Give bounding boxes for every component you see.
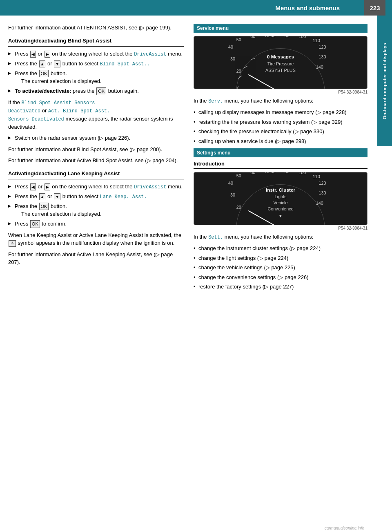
svg-text:70 80: 70 80 — [265, 172, 276, 174]
further-info-lane: For further information about Active Lan… — [8, 250, 184, 266]
list-item: calling up display messages in message m… — [194, 108, 368, 116]
list-item: change the vehicle settings (▷ page 225) — [194, 264, 368, 272]
list-item: restarting the tire pressure loss warnin… — [194, 118, 368, 126]
list-item: Press the OK button. The current selecti… — [8, 69, 184, 85]
section2-divider — [8, 179, 184, 179]
introduction-heading: Introduction — [194, 161, 368, 169]
left-arrow-btn[interactable]: ◀ — [30, 51, 36, 58]
sett-code: Sett. — [208, 235, 223, 240]
right-column: Service menu 20 30 — [194, 24, 368, 294]
ok-btn3[interactable]: OK — [39, 203, 49, 210]
selection-displayed2: The current selection is displayed. — [21, 211, 102, 217]
down-arrow-btn[interactable]: ▼ — [54, 60, 60, 67]
down-arrow-btn2[interactable]: ▼ — [54, 193, 60, 200]
watermark: carmanualsonline.info — [325, 526, 364, 530]
svg-text:30: 30 — [230, 192, 235, 197]
svg-text:120: 120 — [319, 181, 326, 186]
svg-text:Lights: Lights — [275, 194, 287, 199]
when-lane-text: When Lane Keeping Assist or Active Lane … — [8, 231, 184, 247]
right-arrow-btn[interactable]: ▶ — [45, 51, 50, 58]
svg-text:110: 110 — [313, 38, 320, 43]
if-text: If the Blind Spot Assist SensorsDeactiva… — [8, 98, 184, 131]
svg-text:60: 60 — [250, 36, 255, 39]
list-item: To activate/deactivate: press the OK but… — [8, 87, 184, 95]
drive-assist-code2: DriveAssist — [134, 184, 166, 190]
symbol-btn: ⚠ — [9, 240, 16, 247]
service-speedo: 20 30 40 50 60 70 80 90 100 110 120 130 … — [194, 36, 368, 89]
list-item: change the convenience settings (▷ page … — [194, 273, 368, 282]
blind-spot-bullets: Press ◀ or ▶ on the steering wheel to se… — [8, 50, 184, 95]
settings-menu-heading: Settings menu — [194, 148, 368, 157]
header-page-number: 223 — [364, 0, 385, 16]
list-item: Switch on the radar sensor system (▷ pag… — [8, 134, 184, 142]
selection-displayed: The current selection is displayed. — [21, 78, 102, 84]
svg-text:100: 100 — [298, 172, 306, 175]
svg-text:90: 90 — [285, 36, 290, 38]
svg-text:Tire Pressure: Tire Pressure — [267, 61, 294, 66]
svg-text:130: 130 — [319, 190, 326, 195]
section1-divider — [8, 46, 184, 47]
service-intro: In the Serv. menu, you have the followin… — [194, 97, 368, 105]
lane-keeping-bullets: Press ◀ or ▶ on the steering wheel to se… — [8, 183, 184, 228]
up-arrow-btn[interactable]: ▲ — [39, 60, 46, 67]
svg-text:Convenience: Convenience — [267, 206, 293, 211]
settings-options-list: change the instrument cluster settings (… — [194, 244, 368, 291]
lane-keeping-heading: Activating/deactivating Lane Keeping Ass… — [8, 170, 184, 177]
list-item: restore the factory settings (▷ page 227… — [194, 283, 368, 291]
svg-text:50: 50 — [236, 173, 241, 178]
settings-speedo: 20 30 40 50 60 70 80 90 100 110 120 130 … — [194, 172, 368, 225]
blind-spot-code: Blind Spot Asst.. — [100, 61, 150, 67]
svg-text:40: 40 — [228, 45, 233, 49]
further-info-blind1: For further information about Blind Spot… — [8, 145, 184, 154]
svg-text:140: 140 — [316, 201, 323, 206]
page-wrapper: For further information about ATTENTION … — [0, 16, 392, 302]
svg-text:Instr. Cluster: Instr. Cluster — [266, 187, 296, 193]
service-speedo-caption: P54.32-9984-31 — [194, 90, 368, 94]
svg-text:20: 20 — [236, 69, 241, 74]
svg-text:Vehicle: Vehicle — [274, 200, 288, 205]
svg-text:20: 20 — [236, 205, 241, 210]
svg-text:30: 30 — [230, 56, 235, 61]
list-item: change the light settings (▷ page 224) — [194, 254, 368, 262]
right-arrow-btn2[interactable]: ▶ — [45, 183, 50, 190]
svg-text:▼: ▼ — [278, 214, 283, 218]
intro-text: For further information about ATTENTION … — [8, 24, 184, 32]
serv-code: Serv. — [208, 98, 223, 104]
left-arrow-btn2[interactable]: ◀ — [30, 183, 36, 190]
svg-text:60: 60 — [250, 172, 255, 175]
list-item: calling up when a service is due (▷ page… — [194, 137, 368, 145]
list-item: Press the OK button. The current selecti… — [8, 202, 184, 218]
svg-text:140: 140 — [316, 65, 323, 69]
svg-text:100: 100 — [298, 36, 306, 39]
header-bar: Menus and submenus 223 — [0, 0, 392, 16]
svg-text:110: 110 — [313, 174, 320, 179]
service-menu-heading: Service menu — [194, 24, 368, 33]
activate-label: To activate/deactivate: — [15, 88, 71, 94]
drive-assist-code: DriveAssist — [134, 51, 166, 57]
ok-btn4[interactable]: OK — [30, 220, 40, 228]
list-item: checking the tire pressure electronicall… — [194, 127, 368, 136]
settings-speedo-caption: P54.32-9984-31 — [194, 226, 368, 230]
list-item: Press OK to confirm. — [8, 220, 184, 228]
svg-text:50: 50 — [236, 37, 241, 42]
svg-text:120: 120 — [319, 45, 326, 49]
list-item: change the instrument cluster settings (… — [194, 244, 368, 253]
service-options-list: calling up display messages in message m… — [194, 108, 368, 145]
svg-text:0 Messages: 0 Messages — [267, 54, 294, 60]
svg-text:40: 40 — [228, 181, 233, 186]
settings-intro: In the Sett. menu, you have the followin… — [194, 233, 368, 241]
ok-btn2[interactable]: OK — [96, 87, 106, 95]
list-item: Press ◀ or ▶ on the steering wheel to se… — [8, 50, 184, 58]
switch-bullets: Switch on the radar sensor system (▷ pag… — [8, 134, 184, 142]
left-column: For further information about ATTENTION … — [8, 24, 184, 294]
up-arrow-btn2[interactable]: ▲ — [39, 193, 46, 200]
svg-text:130: 130 — [319, 54, 326, 59]
svg-text:ASSYST PLUS: ASSYST PLUS — [265, 68, 296, 73]
list-item: Press ◀ or ▶ on the steering wheel to se… — [8, 183, 184, 191]
blind-spot-heading: Activating/deactivating Blind Spot Assis… — [8, 38, 184, 44]
ok-btn[interactable]: OK — [39, 70, 49, 78]
svg-text:70 80: 70 80 — [265, 36, 276, 38]
svg-text:90: 90 — [285, 172, 290, 174]
lane-keep-code: Lane Keep. Asst. — [100, 194, 147, 200]
list-item: Press the ▲ or ▼ button to select Lane K… — [8, 192, 184, 201]
